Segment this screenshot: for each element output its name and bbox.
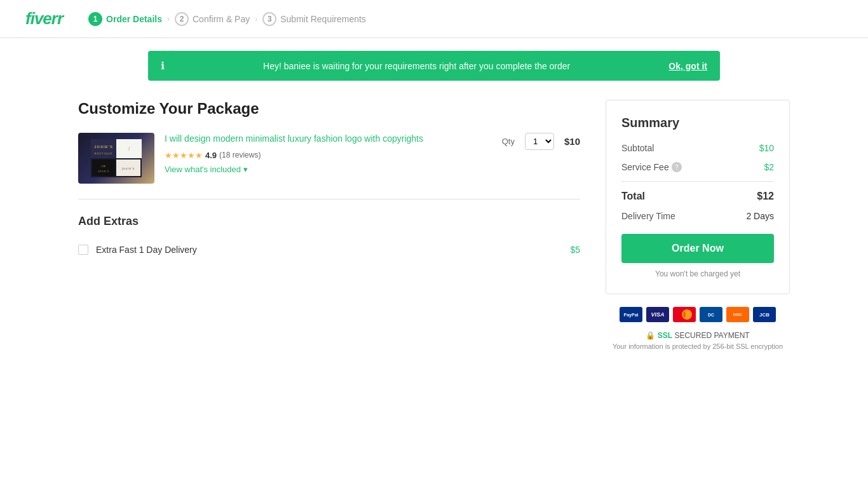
rating-count: (18 reviews) (219, 151, 261, 159)
rating-value: 4.9 (205, 151, 217, 160)
total-value: $12 (757, 191, 774, 202)
step-2-circle: 2 (175, 12, 189, 26)
discover-icon: DISC (726, 307, 749, 322)
service-fee-label: Service Fee ? (621, 162, 682, 172)
step-1: 1 Order Details (88, 12, 162, 26)
extra-item: Extra Fast 1 Day Delivery $5 (78, 238, 580, 261)
step-arrow-2: › (255, 15, 257, 24)
svg-text:BOUTIQUE: BOUTIQUE (95, 152, 113, 155)
svg-text:josie's: josie's (121, 166, 135, 170)
subtotal-row: Subtotal $10 (621, 143, 774, 153)
step-arrow-1: › (167, 15, 170, 24)
svg-rect-6 (92, 159, 115, 176)
ssl-text: 🔒 SSL SECURED PAYMENT (606, 331, 790, 340)
delivery-row: Delivery Time 2 Days (621, 211, 774, 221)
step-3: 3 Submit Requirements (262, 12, 366, 26)
header: fiverr 1 Order Details › 2 Confirm & Pay… (0, 0, 868, 38)
main-container: Customize Your Package JOSIE'S BOUTIQUE … (53, 100, 815, 350)
summary-title: Summary (621, 116, 774, 130)
step-3-circle: 3 (262, 12, 276, 26)
qty-select[interactable]: 1 2 3 (525, 133, 554, 150)
right-panel: Summary Subtotal $10 Service Fee ? $2 To… (606, 100, 790, 350)
view-included-link[interactable]: View what's included (165, 165, 241, 174)
service-fee-row: Service Fee ? $2 (621, 162, 774, 172)
step-2: 2 Confirm & Pay (175, 12, 250, 26)
svg-text:JOSIE'S: JOSIE'S (94, 145, 113, 149)
ssl-label: SECURED PAYMENT (674, 331, 749, 340)
total-label: Total (621, 191, 645, 202)
total-row: Total $12 (621, 191, 774, 202)
diners-icon: DC (700, 307, 722, 322)
subtotal-label: Subtotal (621, 143, 654, 153)
alert-ok-button[interactable]: Ok, got it (668, 61, 707, 71)
step-2-label: Confirm & Pay (193, 14, 250, 24)
product-price: $10 (564, 136, 580, 147)
extra-checkbox[interactable] (78, 245, 88, 255)
page-title: Customize Your Package (78, 100, 580, 118)
service-fee-info-icon[interactable]: ? (672, 162, 682, 172)
alert-banner: ℹ Hey! baniee is waiting for your requir… (148, 51, 720, 81)
alert-message: Hey! baniee is waiting for your requirem… (172, 61, 661, 71)
lock-icon: 🔒 (646, 331, 655, 340)
paypal-icon: PayPal (620, 307, 642, 322)
product-image-inner: JOSIE'S BOUTIQUE J JB JOSIE'S josie's (78, 133, 154, 184)
ssl-sub: Your information is protected by 256-bit… (606, 342, 790, 350)
step-3-label: Submit Requirements (280, 14, 366, 24)
extra-price: $5 (570, 245, 580, 255)
product-rating: ★★★★★ 4.9 (18 reviews) (165, 151, 492, 160)
payment-icons: PayPal VISA DC DISC JCB (606, 307, 790, 322)
summary-card: Summary Subtotal $10 Service Fee ? $2 To… (606, 100, 790, 294)
mastercard-icon (673, 307, 696, 322)
svg-rect-1 (91, 139, 116, 158)
product-image: JOSIE'S BOUTIQUE J JB JOSIE'S josie's (78, 133, 154, 184)
extras-section: Add Extras Extra Fast 1 Day Delivery $5 (78, 215, 580, 261)
svg-text:JB: JB (101, 165, 105, 168)
jcb-icon: JCB (753, 307, 776, 322)
order-now-button[interactable]: Order Now (621, 234, 774, 263)
product-qty-price: Qty 1 2 3 $10 (502, 133, 580, 150)
product-title[interactable]: I will design modern minimalist luxury f… (165, 133, 492, 146)
ssl-badge: SSL (658, 331, 672, 340)
summary-divider (621, 181, 774, 182)
no-charge-text: You won't be charged yet (621, 269, 774, 278)
step-1-circle: 1 (88, 12, 102, 26)
svg-text:J: J (128, 146, 131, 152)
delivery-value: 2 Days (746, 211, 774, 221)
delivery-label: Delivery Time (621, 211, 675, 221)
product-card: JOSIE'S BOUTIQUE J JB JOSIE'S josie's I … (78, 133, 580, 200)
extra-label: Extra Fast 1 Day Delivery (96, 245, 562, 255)
service-fee-value: $2 (764, 162, 774, 172)
stars-icon: ★★★★★ (165, 151, 203, 160)
extras-title: Add Extras (78, 215, 580, 228)
svg-text:JOSIE'S: JOSIE'S (98, 170, 109, 173)
logo[interactable]: fiverr (25, 9, 63, 29)
qty-label: Qty (502, 137, 515, 146)
left-panel: Customize Your Package JOSIE'S BOUTIQUE … (78, 100, 580, 261)
subtotal-value: $10 (759, 143, 774, 153)
step-1-label: Order Details (106, 14, 162, 24)
info-icon: ℹ (161, 60, 165, 72)
product-info: I will design modern minimalist luxury f… (165, 133, 492, 174)
steps-nav: 1 Order Details › 2 Confirm & Pay › 3 Su… (88, 12, 366, 26)
visa-icon: VISA (646, 307, 669, 322)
